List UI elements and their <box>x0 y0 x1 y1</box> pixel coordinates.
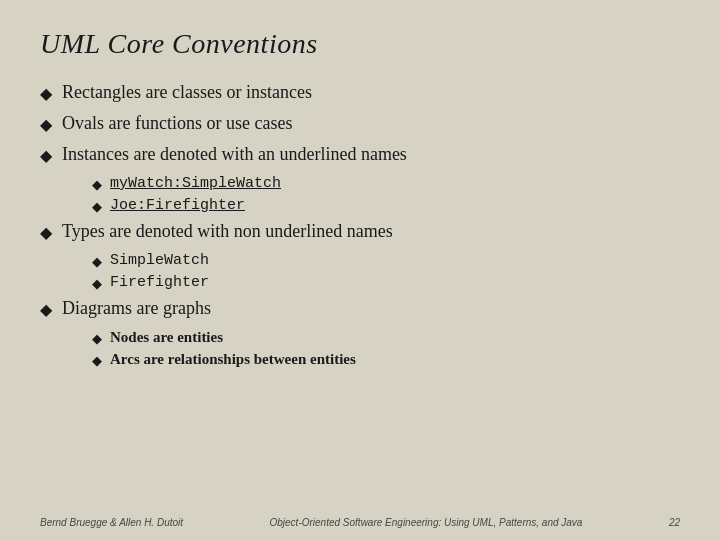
bullet-item-2: ◆ Ovals are functions or use cases <box>40 113 680 134</box>
sub-text-4-2: Firefighter <box>110 274 209 291</box>
sub-text-3-1: myWatch:SimpleWatch <box>110 175 281 192</box>
bullet-item-5: ◆ Diagrams are graphs <box>40 298 680 319</box>
bullet-text-5: Diagrams are graphs <box>62 298 211 319</box>
sub-item-4-1: ◆ SimpleWatch <box>92 252 680 270</box>
footer-center: Object-Oriented Software Engineering: Us… <box>193 517 659 528</box>
diamond-icon-3: ◆ <box>40 146 52 165</box>
sub-item-3-1: ◆ myWatch:SimpleWatch <box>92 175 680 193</box>
sub-diamond-icon-1: ◆ <box>92 177 102 193</box>
sub-list-3: ◆ myWatch:SimpleWatch ◆ Joe:Firefighter <box>92 175 680 215</box>
sub-diamond-icon-5: ◆ <box>92 331 102 347</box>
sub-diamond-icon-4: ◆ <box>92 276 102 292</box>
footer-right: 22 <box>669 517 680 528</box>
bullet-text-4: Types are denoted with non underlined na… <box>62 221 393 242</box>
bullet-text-3: Instances are denoted with an underlined… <box>62 144 407 165</box>
diamond-icon-1: ◆ <box>40 84 52 103</box>
sub-item-5-1: ◆ Nodes are entities <box>92 329 680 347</box>
sub-item-3-2: ◆ Joe:Firefighter <box>92 197 680 215</box>
bullet-item-1: ◆ Rectangles are classes or instances <box>40 82 680 103</box>
bullet-text-2: Ovals are functions or use cases <box>62 113 292 134</box>
sub-diamond-icon-6: ◆ <box>92 353 102 369</box>
slide-title: UML Core Conventions <box>40 28 680 60</box>
bullet-item-4: ◆ Types are denoted with non underlined … <box>40 221 680 242</box>
sub-text-5-1: Nodes are entities <box>110 329 223 346</box>
sub-list-5: ◆ Nodes are entities ◆ Arcs are relation… <box>92 329 680 369</box>
diamond-icon-2: ◆ <box>40 115 52 134</box>
sub-list-4: ◆ SimpleWatch ◆ Firefighter <box>92 252 680 292</box>
slide: UML Core Conventions ◆ Rectangles are cl… <box>0 0 720 540</box>
bullet-text-1: Rectangles are classes or instances <box>62 82 312 103</box>
sub-text-3-2: Joe:Firefighter <box>110 197 245 214</box>
sub-diamond-icon-3: ◆ <box>92 254 102 270</box>
bullet-item-3: ◆ Instances are denoted with an underlin… <box>40 144 680 165</box>
main-bullet-list: ◆ Rectangles are classes or instances ◆ … <box>40 82 680 369</box>
footer: Bernd Bruegge & Allen H. Dutoit Object-O… <box>40 517 680 528</box>
sub-diamond-icon-2: ◆ <box>92 199 102 215</box>
sub-text-5-2: Arcs are relationships between entities <box>110 351 356 368</box>
sub-text-4-1: SimpleWatch <box>110 252 209 269</box>
diamond-icon-5: ◆ <box>40 300 52 319</box>
sub-item-5-2: ◆ Arcs are relationships between entitie… <box>92 351 680 369</box>
diamond-icon-4: ◆ <box>40 223 52 242</box>
sub-item-4-2: ◆ Firefighter <box>92 274 680 292</box>
footer-left: Bernd Bruegge & Allen H. Dutoit <box>40 517 183 528</box>
